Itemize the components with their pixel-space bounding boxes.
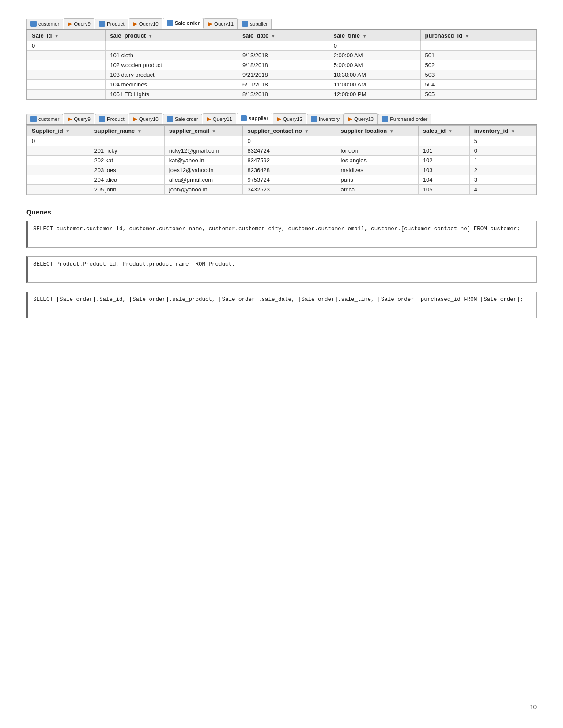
tab-label-query13: Query13 (354, 116, 374, 122)
tab-label-query9-1: Query9 (74, 21, 91, 26)
cell-supplier-contact: 8324724 (243, 146, 336, 156)
query-box-2[interactable]: SELECT Product.Product_id, Product.produ… (26, 256, 537, 283)
tab-supplier-2[interactable]: supplier (237, 113, 272, 124)
sale-order-row: 103 dairy product9/21/201810:30:00 AM503 (27, 70, 536, 80)
col-sale-time: sale_time ▼ (329, 30, 420, 41)
cell-inventory-id: 0 (469, 146, 536, 156)
cell-inventory-id: 2 (469, 165, 536, 175)
supplier-row: 204 alicaalica@gmail.com9753724paris1043 (27, 175, 536, 185)
tab-label-saleorder-2: Sale order (175, 116, 198, 122)
cell-supplier-id: 0 (27, 136, 90, 146)
query-icon-s1: ▶ (68, 116, 72, 122)
tab-customer-2[interactable]: customer (26, 114, 63, 124)
tab-label-supplier-1: supplier (250, 21, 268, 26)
query-box-3[interactable]: SELECT [Sale order].Sale_id, [Sale order… (26, 292, 537, 318)
tab-label-product-1: Product (107, 21, 125, 26)
cell-sale-id (27, 60, 106, 70)
cell-sale-date: 9/18/2018 (238, 60, 329, 70)
tab-query9-1[interactable]: ▶ Query9 (64, 18, 94, 29)
cell-supplier-name: 202 kat (90, 156, 164, 165)
cell-supplier-contact: 9753724 (243, 175, 336, 185)
cell-supplier-location (336, 136, 418, 146)
supplier-row: 205 johnjohn@yahoo.in3432523africa1054 (27, 185, 536, 195)
tab-label-query9-2: Query9 (74, 116, 91, 122)
tab-supplier-1[interactable]: supplier (238, 19, 272, 29)
tab-query11-2[interactable]: ▶ Query11 (203, 113, 236, 124)
cell-sale-time: 2:00:00 AM (329, 51, 420, 60)
table-icon-4 (242, 21, 248, 27)
sort-icon-5: ▼ (465, 34, 469, 38)
cell-inventory-id: 1 (469, 156, 536, 165)
page-number: 10 (530, 704, 537, 710)
sale-order-tab-bar: customer ▶ Query9 Product ▶ Query10 Sale… (26, 18, 537, 30)
sort-icon-2: ▼ (148, 34, 153, 38)
cell-sale-product: 105 LED Lights (106, 90, 238, 99)
supplier-tab-bar: customer ▶ Query9 Product ▶ Query10 Sale… (26, 113, 537, 125)
tab-query12[interactable]: ▶ Query12 (273, 113, 306, 124)
tab-query13[interactable]: ▶ Query13 (344, 113, 378, 124)
col-purchased-id: purchased_id ▼ (420, 30, 536, 41)
cell-purchased-id: 501 (420, 51, 536, 60)
tab-customer-1[interactable]: customer (26, 19, 63, 29)
tab-label-saleorder-1: Sale order (175, 20, 200, 26)
cell-supplier-email: ricky12@gmail.com (164, 146, 243, 156)
sort-icon-4: ▼ (363, 34, 367, 38)
cell-supplier-location: london (336, 146, 418, 156)
cell-supplier-name: 204 alica (90, 175, 164, 185)
cell-supplier-contact: 8347592 (243, 156, 336, 165)
tab-purchased-order[interactable]: Purchased order (378, 114, 431, 124)
cell-inventory-id: 4 (469, 185, 536, 195)
cell-purchased-id: 505 (420, 90, 536, 99)
supplier-section: customer ▶ Query9 Product ▶ Query10 Sale… (26, 113, 537, 195)
cell-sales-id (418, 136, 469, 146)
cell-sale-date: 6/11/2018 (238, 80, 329, 90)
cell-sale-date: 8/13/2018 (238, 90, 329, 99)
supplier-body: 005201 rickyricky12@gmail.com8324724lond… (27, 136, 536, 195)
tab-query11-1[interactable]: ▶ Query11 (204, 18, 238, 29)
cell-sale-time: 10:30:00 AM (329, 70, 420, 80)
tab-query10-2[interactable]: ▶ Query10 (129, 113, 162, 124)
supplier-row: 005 (27, 136, 536, 146)
cell-sale-product (106, 41, 238, 51)
cell-supplier-location: maldives (336, 165, 418, 175)
col-sale-date: sale_date ▼ (238, 30, 329, 41)
query-box-1[interactable]: SELECT customer.customer_id, customer.cu… (26, 221, 537, 248)
tab-label-query12: Query12 (283, 116, 302, 122)
tab-label-customer-2: customer (38, 116, 59, 122)
sort-icon-3: ▼ (271, 34, 276, 38)
tab-saleorder-1[interactable]: Sale order (163, 18, 204, 29)
cell-purchased-id: 502 (420, 60, 536, 70)
sale-order-section: customer ▶ Query9 Product ▶ Query10 Sale… (26, 18, 537, 100)
sort-icon-s5: ▼ (389, 129, 394, 134)
cell-supplier-contact: 8236428 (243, 165, 336, 175)
cell-sale-id (27, 70, 106, 80)
cell-supplier-email: joes12@yahoo.in (164, 165, 243, 175)
query-icon-3: ▶ (208, 20, 212, 27)
tab-query9-2[interactable]: ▶ Query9 (64, 113, 94, 124)
sort-icon-s2: ▼ (137, 129, 142, 134)
supplier-table-wrapper: Supplier_id ▼ supplier_name ▼ supplier_e… (26, 125, 537, 195)
tab-label-query10-1: Query10 (139, 21, 159, 26)
supplier-row: 202 katkat@yahoo.in8347592los angles1021 (27, 156, 536, 165)
tab-saleorder-2[interactable]: Sale order (163, 114, 202, 124)
sort-icon-s1: ▼ (65, 129, 70, 134)
cell-supplier-email: kat@yahoo.in (164, 156, 243, 165)
tab-inventory[interactable]: Inventory (307, 114, 344, 124)
col-supplier-email: supplier_email ▼ (164, 126, 243, 136)
col-sale-product: sale_product ▼ (106, 30, 238, 41)
sort-icon-1: ▼ (54, 34, 59, 38)
sale-order-row: 101 cloth9/13/20182:00:00 AM501 (27, 51, 536, 60)
supplier-header-row: Supplier_id ▼ supplier_name ▼ supplier_e… (27, 126, 536, 136)
col-supplier-id: Supplier_id ▼ (27, 126, 90, 136)
tab-query10-1[interactable]: ▶ Query10 (129, 18, 162, 29)
query-icon-2: ▶ (133, 20, 137, 27)
sale-order-table: Sale_id ▼ sale_product ▼ sale_date ▼ sal… (27, 30, 536, 99)
cell-supplier-name: 205 john (90, 185, 164, 195)
cell-supplier-id (27, 165, 90, 175)
tab-product-2[interactable]: Product (95, 114, 128, 124)
cell-sales-id: 103 (418, 165, 469, 175)
tab-product-1[interactable]: Product (95, 19, 128, 29)
cell-sale-time: 0 (329, 41, 420, 51)
sale-order-header-row: Sale_id ▼ sale_product ▼ sale_date ▼ sal… (27, 30, 536, 41)
cell-sale-id (27, 90, 106, 99)
